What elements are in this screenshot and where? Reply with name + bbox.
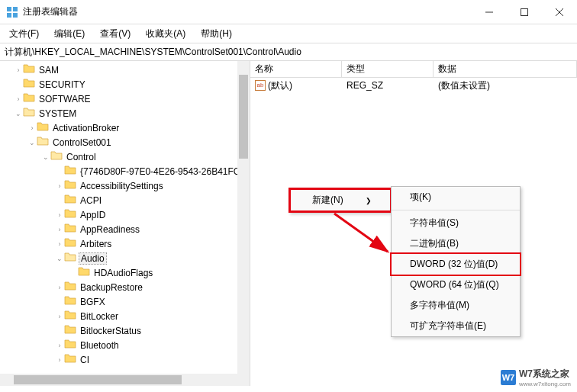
collapse-icon[interactable]: ⌄: [27, 139, 37, 146]
tree-item[interactable]: ›BitLocker: [0, 309, 250, 323]
close-button[interactable]: [542, 0, 577, 24]
folder-icon: [37, 121, 51, 134]
tree-item[interactable]: ›SOFTWARE: [0, 92, 250, 106]
svg-rect-2: [7, 13, 11, 18]
tree-item[interactable]: ›SAM: [0, 63, 250, 77]
svg-rect-5: [521, 8, 528, 15]
submenu-dword[interactable]: DWORD (32 位)值(D): [390, 252, 521, 276]
expand-icon[interactable]: ›: [14, 95, 23, 103]
minimize-button[interactable]: [472, 0, 507, 24]
submenu-key[interactable]: 项(K): [392, 187, 520, 207]
expand-icon[interactable]: ›: [55, 240, 64, 248]
folder-icon: [23, 92, 37, 105]
tree-item[interactable]: ›CI: [0, 352, 250, 367]
folder-icon: [64, 165, 79, 178]
tree-label: ACPI: [79, 195, 103, 206]
expand-icon[interactable]: ›: [55, 182, 64, 190]
tree-label: BGFX: [79, 297, 107, 307]
tree-label: HDAudioFlags: [92, 268, 154, 278]
tree-item[interactable]: ›BackupRestore: [0, 280, 250, 294]
collapse-icon[interactable]: ⌄: [41, 153, 50, 161]
chevron-right-icon: ❯: [366, 197, 372, 204]
maximize-button[interactable]: [507, 0, 542, 24]
expand-icon[interactable]: ›: [55, 284, 64, 291]
menubar: 文件(F) 编辑(E) 查看(V) 收藏夹(A) 帮助(H): [0, 24, 577, 43]
menu-edit[interactable]: 编辑(E): [48, 26, 91, 42]
tree-label: {7746D80F-97E0-4E26-9543-26B41FC: [79, 166, 241, 177]
submenu-qword[interactable]: QWORD (64 位)值(Q): [392, 275, 520, 295]
tree-item[interactable]: SECURITY: [0, 77, 250, 92]
folder-icon: [64, 281, 79, 294]
tree-label: SECURITY: [37, 79, 87, 90]
tree-label: AccessibilitySettings: [79, 181, 165, 191]
menu-view[interactable]: 查看(V): [94, 26, 137, 42]
tree-item[interactable]: ACPI: [0, 193, 250, 207]
tree-item[interactable]: ⌄SYSTEM: [0, 106, 250, 120]
address-input[interactable]: [5, 47, 572, 57]
tree-scrollbar-horizontal[interactable]: [0, 374, 237, 386]
submenu-expand[interactable]: 可扩充字符串值(E): [392, 316, 520, 336]
expand-icon[interactable]: ›: [27, 124, 37, 132]
string-value-icon: ab: [255, 80, 266, 91]
value-type: REG_SZ: [342, 79, 434, 92]
tree-item[interactable]: ⌄ControlSet001: [0, 135, 250, 149]
tree-label: Bluetooth: [79, 340, 121, 351]
tree-item[interactable]: HDAudioFlags: [0, 265, 250, 280]
list-pane[interactable]: 名称 类型 数据 ab(默认) REG_SZ (数值未设置) 新建(N) ❯ 项…: [250, 61, 577, 386]
tree-label: CI: [79, 355, 91, 365]
tree-item[interactable]: ⌄Control: [0, 149, 250, 164]
submenu-binary[interactable]: 二进制值(B): [392, 233, 520, 254]
tree-label: Arbiters: [79, 239, 113, 249]
expand-icon[interactable]: ›: [14, 66, 23, 74]
watermark-text: W7系统之家: [519, 368, 571, 381]
svg-rect-0: [7, 7, 11, 11]
svg-rect-3: [13, 13, 18, 18]
watermark: W7 W7系统之家 www.w7xitong.com: [501, 368, 571, 387]
tree-label: BitlockerStatus: [79, 326, 143, 336]
tree-label: Audio: [79, 252, 107, 265]
folder-icon: [37, 136, 51, 149]
tree-item[interactable]: BGFX: [0, 294, 250, 309]
titlebar: 注册表编辑器: [0, 0, 577, 24]
folder-icon: [64, 353, 79, 366]
context-menu-new[interactable]: 新建(N) ❯: [291, 190, 390, 210]
menu-file[interactable]: 文件(F): [3, 26, 45, 42]
tree-item[interactable]: ⌄Audio: [0, 251, 250, 265]
tree-item[interactable]: ›AppID: [0, 207, 250, 222]
svg-line-8: [334, 214, 388, 252]
folder-icon: [64, 252, 79, 265]
submenu-string[interactable]: 字符串值(S): [392, 213, 520, 233]
expand-icon[interactable]: ›: [55, 342, 64, 349]
tree-item[interactable]: ›Bluetooth: [0, 338, 250, 352]
folder-icon: [64, 179, 79, 192]
tree-scrollbar-vertical[interactable]: [237, 61, 250, 386]
menu-favorites[interactable]: 收藏夹(A): [140, 26, 192, 42]
watermark-badge: W7: [501, 370, 516, 385]
tree-item[interactable]: ›ActivationBroker: [0, 120, 250, 135]
menu-help[interactable]: 帮助(H): [195, 26, 238, 42]
collapse-icon[interactable]: ⌄: [14, 110, 23, 117]
expand-icon[interactable]: ›: [55, 211, 64, 219]
tree-item[interactable]: {7746D80F-97E0-4E26-9543-26B41FC: [0, 164, 250, 178]
list-row[interactable]: ab(默认) REG_SZ (数值未设置): [250, 78, 577, 93]
folder-icon: [64, 208, 79, 221]
tree-item[interactable]: ›AppReadiness: [0, 222, 250, 236]
tree-pane[interactable]: ›SAMSECURITY›SOFTWARE⌄SYSTEM›ActivationB…: [0, 61, 250, 386]
folder-icon: [50, 150, 65, 163]
folder-icon: [64, 194, 79, 207]
tree-item[interactable]: ›Arbiters: [0, 236, 250, 251]
expand-icon[interactable]: ›: [55, 226, 64, 233]
col-header-data[interactable]: 数据: [434, 61, 577, 77]
expand-icon[interactable]: ›: [55, 356, 64, 364]
submenu-multi[interactable]: 多字符串值(M): [392, 295, 520, 316]
collapse-icon[interactable]: ⌄: [55, 255, 64, 262]
expand-icon[interactable]: ›: [55, 313, 64, 320]
folder-icon: [64, 310, 79, 323]
tree-item[interactable]: ›AccessibilitySettings: [0, 178, 250, 193]
col-header-type[interactable]: 类型: [342, 61, 434, 77]
tree-label: AppID: [79, 210, 107, 220]
submenu-new: 项(K) 字符串值(S) 二进制值(B) DWORD (32 位)值(D) QW…: [391, 186, 521, 337]
tree-item[interactable]: BitlockerStatus: [0, 323, 250, 338]
col-header-name[interactable]: 名称: [250, 61, 342, 77]
folder-icon: [64, 295, 79, 308]
